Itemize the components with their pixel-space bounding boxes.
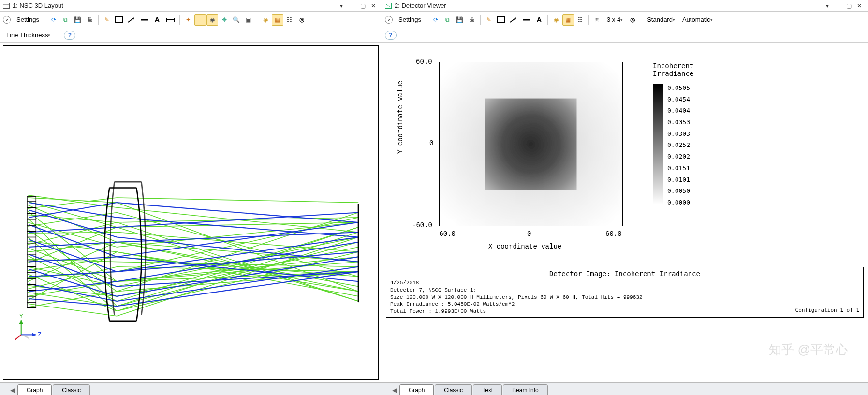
line-tool-icon[interactable]	[138, 14, 151, 26]
target-icon[interactable]: ◎	[296, 14, 308, 26]
help-icon[interactable]: ?	[385, 31, 397, 40]
help-icon[interactable]: ?	[64, 31, 75, 40]
svg-rect-36	[498, 17, 504, 23]
separator	[59, 30, 59, 40]
pencil-icon[interactable]: ✎	[483, 14, 495, 26]
separator	[588, 15, 589, 25]
dimension-tool-icon[interactable]	[163, 14, 177, 26]
info-line: 4/25/2018	[390, 279, 859, 287]
detector-viewer-pane: 2: Detector Viewer ▾ — ▢ ✕ v Settings ⟳ …	[382, 0, 868, 395]
scale-mode-dropdown[interactable]: Automatic	[679, 14, 716, 26]
close-button[interactable]: ✕	[854, 1, 865, 10]
maximize-button[interactable]: ▢	[357, 1, 368, 10]
copy-icon[interactable]: ⧉	[442, 14, 454, 26]
window-title: 1: NSC 3D Layout	[13, 2, 336, 9]
options-icon[interactable]: ☷	[574, 14, 586, 26]
toolbar-left: v Settings ⟳ ⧉ 💾 🖶 ✎ A ✦ ⟊ ◉ ✥ 🔍 ▣ ◉ ▦ ☷…	[0, 12, 382, 28]
x-tick: -60.0	[435, 230, 456, 238]
perspective-icon[interactable]: ⟊	[194, 14, 206, 26]
colorbar-legend: Incoherent Irradiance 0.0505 0.0454 0.04…	[653, 62, 693, 206]
separator	[641, 15, 641, 25]
separator	[547, 15, 548, 25]
axis-view-icon[interactable]: ✦	[182, 14, 194, 26]
target-icon[interactable]: ◎	[627, 14, 638, 26]
detector-plot[interactable]: Y coordinate value 60.0 0 -60.0	[382, 43, 868, 265]
info-line: Total Power : 1.9993E+00 Watts	[390, 308, 859, 315]
camera-icon[interactable]: ◉	[550, 14, 562, 26]
copy-icon[interactable]: ⧉	[60, 14, 72, 26]
camera-icon[interactable]: ◉	[260, 14, 271, 26]
svg-rect-42	[485, 99, 577, 190]
arrow-tool-icon[interactable]	[507, 14, 520, 26]
nsc-3d-layout-pane: 1: NSC 3D Layout ▾ — ▢ ✕ v Settings ⟳ ⧉ …	[0, 0, 382, 395]
close-button[interactable]: ✕	[368, 1, 379, 10]
y-tick: -60.0	[412, 221, 432, 229]
heatmap-frame	[439, 62, 623, 226]
line-thickness-dropdown[interactable]: Line Thickness	[3, 29, 54, 41]
maximize-button[interactable]: ▢	[843, 1, 854, 10]
info-title: Detector Image: Incoherent Irradiance	[390, 269, 859, 278]
settings-button[interactable]: Settings	[13, 14, 43, 26]
svg-marker-33	[32, 333, 36, 336]
tab-classic[interactable]: Classic	[435, 384, 472, 395]
print-icon[interactable]: 🖶	[84, 14, 96, 26]
titlebar-right: 2: Detector Viewer ▾ — ▢ ✕	[382, 0, 868, 12]
toolbar2-left: Line Thickness ?	[0, 28, 382, 43]
save-icon[interactable]: 💾	[72, 14, 84, 26]
grid-size-dropdown[interactable]: 3 x 4	[603, 14, 626, 26]
refresh-icon[interactable]: ⟳	[48, 14, 59, 26]
tab-classic[interactable]: Classic	[53, 384, 90, 395]
layers-icon[interactable]: ≋	[591, 14, 603, 26]
window-title: 2: Detector Viewer	[395, 2, 822, 9]
svg-rect-0	[3, 3, 10, 8]
tab-text[interactable]: Text	[473, 384, 502, 395]
dropdown-button[interactable]: ▾	[336, 1, 347, 10]
options-icon[interactable]: ☷	[284, 14, 295, 26]
pan-icon[interactable]: ✥	[219, 14, 230, 26]
colorbar-ticks: 0.0505 0.0454 0.0404 0.0353 0.0303 0.025…	[667, 84, 690, 206]
window-buttons: ▾ — ▢ ✕	[822, 1, 865, 10]
settings-button[interactable]: Settings	[395, 14, 425, 26]
save-icon[interactable]: 💾	[454, 14, 466, 26]
y-tick: 0	[429, 139, 433, 147]
text-tool-icon[interactable]: A	[151, 14, 163, 26]
refresh-icon[interactable]: ⟳	[430, 14, 441, 26]
y-tick: 60.0	[416, 58, 432, 66]
tab-beam-info[interactable]: Beam Info	[503, 384, 548, 395]
print-icon[interactable]: 🖶	[466, 14, 478, 26]
text-tool-icon[interactable]: A	[533, 14, 545, 26]
tab-graph[interactable]: Graph	[399, 384, 434, 395]
grid-toggle-icon[interactable]: ▦	[272, 14, 283, 26]
zoom-icon[interactable]: 🔍	[231, 14, 242, 26]
tab-graph[interactable]: Graph	[17, 384, 52, 395]
window-buttons: ▾ — ▢ ✕	[336, 1, 379, 10]
dropdown-button[interactable]: ▾	[822, 1, 833, 10]
fit-icon[interactable]: ▣	[243, 14, 254, 26]
rotate-icon[interactable]: ◉	[206, 14, 218, 26]
x-tick: 0	[527, 230, 531, 238]
config-label: Configuration 1 of 1	[795, 307, 859, 314]
arrow-tool-icon[interactable]	[125, 14, 138, 26]
expand-settings-button[interactable]: v	[385, 16, 393, 24]
x-axis-label: X coordinate value	[488, 243, 561, 250]
minimize-button[interactable]: —	[347, 1, 357, 10]
pencil-icon[interactable]: ✎	[101, 14, 113, 26]
tab-scroll-left[interactable]: ◀	[9, 385, 15, 395]
grid-toggle-icon[interactable]: ▦	[562, 14, 574, 26]
line-tool-icon[interactable]	[520, 14, 533, 26]
layout-canvas[interactable]: Y Z	[3, 45, 379, 380]
toolbar-right: v Settings ⟳ ⧉ 💾 🖶 ✎ A ◉ ▦ ☷ ≋ 3 x 4 ◎ S…	[382, 12, 868, 28]
rectangle-tool-icon[interactable]	[113, 14, 125, 26]
rectangle-tool-icon[interactable]	[495, 14, 507, 26]
tab-scroll-left[interactable]: ◀	[391, 385, 397, 395]
titlebar-left: 1: NSC 3D Layout ▾ — ▢ ✕	[0, 0, 382, 12]
detector-content: Y coordinate value 60.0 0 -60.0	[382, 43, 868, 382]
info-line: Peak Irradiance : 5.0450E-02 Watts/cm^2	[390, 301, 859, 308]
view-mode-dropdown[interactable]: Standard	[644, 14, 678, 26]
detector-icon	[385, 3, 392, 9]
colorbar-gradient	[653, 84, 663, 205]
separator	[98, 15, 99, 25]
layout-icon	[3, 3, 10, 9]
expand-settings-button[interactable]: v	[3, 16, 11, 24]
minimize-button[interactable]: —	[833, 1, 843, 10]
